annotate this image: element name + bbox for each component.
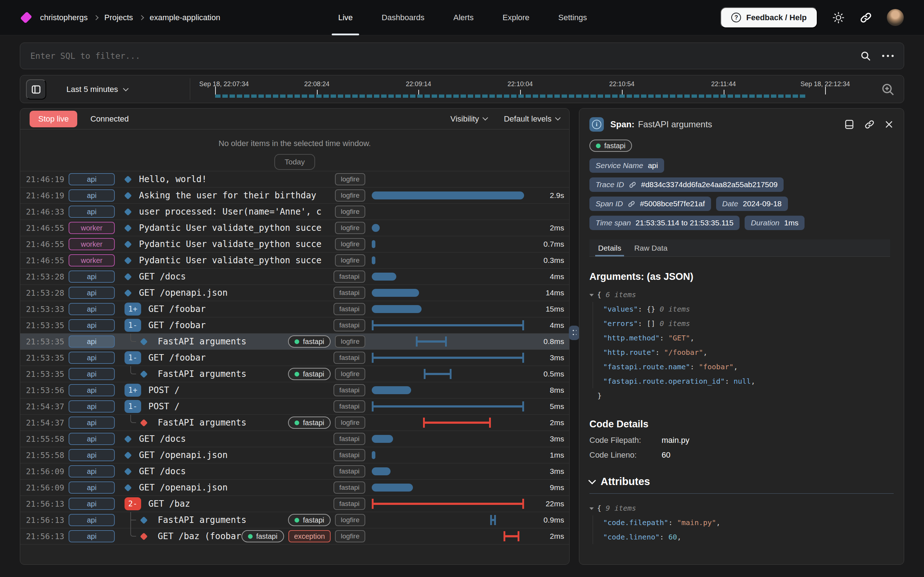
stop-live-button[interactable]: Stop live (30, 111, 77, 127)
collapse-arrow-icon[interactable] (590, 508, 594, 510)
tag-badge-fastapi[interactable]: fastapi (288, 335, 331, 348)
scope-badge[interactable]: fastapi (333, 287, 365, 299)
scope-badge[interactable]: fastapi (333, 351, 365, 364)
scope-badge[interactable]: logfire (335, 368, 365, 380)
count-badge[interactable]: 1+ (124, 384, 141, 397)
nav-tab-alerts[interactable]: Alerts (453, 0, 473, 35)
today-button[interactable]: Today (274, 154, 315, 170)
trace-row[interactable]: 21:46:55workerPydantic User validate_pyt… (20, 236, 569, 253)
tag-badge-fastapi[interactable]: fastapi (590, 140, 632, 152)
scope-badge[interactable]: logfire (335, 335, 365, 348)
feedback-help-button[interactable]: ? Feedback / Help (720, 7, 817, 28)
span-children-toggle[interactable]: 1- (121, 319, 145, 332)
count-badge[interactable]: 1- (124, 351, 141, 364)
scope-badge[interactable]: fastapi (333, 498, 365, 510)
trace-row[interactable]: 21:53:28apiGET /docsfastapi4ms (20, 269, 569, 285)
tag-badge-fastapi[interactable]: fastapi (288, 514, 331, 526)
copy-link-icon[interactable] (864, 119, 875, 130)
attributes-heading[interactable]: Attributes (590, 475, 894, 488)
share-link-icon[interactable] (859, 11, 872, 24)
scope-badge[interactable]: fastapi (333, 400, 365, 413)
nav-tab-dashboards[interactable]: Dashboards (381, 0, 425, 35)
trace-row[interactable]: 21:54:37api1-POST /fastapi5ms (20, 398, 569, 415)
nav-tab-settings[interactable]: Settings (558, 0, 587, 35)
trace-row[interactable]: 21:46:55workerPydantic User validate_pyt… (20, 220, 569, 236)
scope-badge[interactable]: fastapi (333, 303, 365, 315)
detail-chip-time-span[interactable]: Time span21:53:35.114 to 21:53:35.115 (590, 216, 740, 230)
trace-row[interactable]: 21:54:37apiFastAPI argumentsfastapilogfi… (20, 415, 569, 431)
trace-row[interactable]: 21:46:33apiuser processed: User(name='An… (20, 204, 569, 220)
trace-row[interactable]: 21:46:55workerPydantic User validate_pyt… (20, 253, 569, 269)
timeline[interactable]: Sep 18, 22:07:3422:08:2422:09:1422:10:04… (194, 76, 861, 103)
logfire-logo-icon[interactable] (20, 11, 32, 23)
scope-badge[interactable]: fastapi (333, 433, 365, 445)
span-children-toggle[interactable]: 1- (121, 351, 145, 364)
scope-badge[interactable]: fastapi (333, 271, 365, 283)
scope-badge[interactable]: logfire (335, 222, 365, 234)
scope-badge[interactable]: fastapi (333, 449, 365, 461)
trace-row[interactable]: 21:46:19apiHello, world!logfire (20, 171, 569, 187)
sql-filter-input[interactable] (30, 51, 860, 61)
trace-row[interactable]: 21:53:35apiFastAPI argumentsfastapilogfi… (20, 334, 569, 350)
scope-badge[interactable]: logfire (335, 530, 365, 542)
tag-badge-fastapi[interactable]: fastapi (288, 416, 331, 429)
close-icon[interactable] (884, 120, 894, 129)
span-children-toggle[interactable]: 1- (121, 400, 145, 413)
breadcrumb-org[interactable]: christophergs (40, 13, 88, 23)
tag-badge-fastapi[interactable]: fastapi (241, 530, 284, 542)
time-range-select[interactable]: Last 5 minutes (58, 76, 136, 103)
trace-row[interactable]: 21:53:33api1+GET /foobarfastapi15ms (20, 301, 569, 318)
scope-badge[interactable]: logfire (335, 514, 365, 526)
scope-badge[interactable]: fastapi (333, 482, 365, 494)
collapse-arrow-icon[interactable] (590, 294, 594, 297)
nav-tab-live[interactable]: Live (338, 0, 353, 35)
trace-row[interactable]: 21:56:09apiGET /docsfastapi3ms (20, 463, 569, 480)
span-children-toggle[interactable]: 1+ (121, 303, 145, 316)
more-options-icon[interactable] (882, 55, 894, 57)
count-badge[interactable]: 2- (124, 497, 141, 510)
trace-row[interactable]: 21:53:35apiFastAPI argumentsfastapilogfi… (20, 366, 569, 382)
detail-chip-service-name[interactable]: Service Nameapi (590, 158, 664, 173)
scope-badge[interactable]: fastapi (333, 319, 365, 331)
span-children-toggle[interactable]: 2- (121, 497, 145, 510)
tag-badge-fastapi[interactable]: fastapi (288, 368, 331, 380)
scope-badge[interactable]: logfire (335, 254, 365, 266)
visibility-dropdown[interactable]: Visibility (451, 114, 487, 124)
trace-row[interactable]: 21:56:13apiFastAPI argumentsfastapilogfi… (20, 512, 569, 528)
scope-badge[interactable]: logfire (335, 238, 365, 250)
trace-row[interactable]: 21:56:09apiGET /openapi.jsonfastapi9ms (20, 480, 569, 496)
count-badge[interactable]: 1+ (124, 303, 141, 316)
theme-toggle-icon[interactable] (832, 11, 845, 24)
trace-row[interactable]: 21:56:13apiGET /baz (foobar)fastapiexcep… (20, 528, 569, 545)
detail-chip-duration[interactable]: Duration1ms (745, 216, 804, 230)
trace-row[interactable]: 21:55:58apiGET /docsfastapi3ms (20, 431, 569, 447)
detail-chip-date[interactable]: Date2024-09-18 (716, 197, 788, 211)
default-levels-dropdown[interactable]: Default levels (504, 114, 560, 124)
scope-badge[interactable]: logfire (335, 173, 365, 185)
trace-row[interactable]: 21:56:13api2-GET /bazfastapi22ms (20, 496, 569, 512)
detail-tab-details[interactable]: Details (598, 239, 621, 256)
scope-badge[interactable]: fastapi (333, 384, 365, 396)
nav-tab-explore[interactable]: Explore (502, 0, 530, 35)
scope-badge[interactable]: logfire (335, 206, 365, 218)
span-children-toggle[interactable]: 1+ (121, 384, 145, 397)
sidebar-toggle-button[interactable] (26, 79, 46, 100)
trace-row[interactable]: 21:46:19apiAsking the user for their bir… (20, 187, 569, 204)
exception-badge[interactable]: exception (288, 530, 331, 542)
breadcrumb-projects[interactable]: Projects (104, 13, 133, 23)
trace-row[interactable]: 21:53:28apiGET /openapi.jsonfastapi14ms (20, 285, 569, 301)
breadcrumb-project[interactable]: example-application (150, 13, 221, 23)
scope-badge[interactable]: fastapi (333, 465, 365, 477)
trace-row[interactable]: 21:53:35api1-GET /foobarfastapi4ms (20, 318, 569, 334)
user-avatar[interactable] (887, 9, 904, 26)
detail-chip-span-id[interactable]: Span ID#5008bce5f7fe21af (590, 197, 711, 211)
search-icon[interactable] (860, 50, 871, 62)
scope-badge[interactable]: logfire (335, 189, 365, 201)
count-badge[interactable]: 1- (124, 319, 141, 332)
scope-badge[interactable]: logfire (335, 416, 365, 429)
trace-row[interactable]: 21:55:58apiGET /openapi.jsonfastapi1ms (20, 447, 569, 463)
detail-chip-trace-id[interactable]: Trace ID#d834c3374dd6fa2e4aa82a55ab21750… (590, 177, 783, 192)
dock-panel-icon[interactable] (844, 119, 855, 130)
trace-row[interactable]: 21:53:56api1+POST /fastapi8ms (20, 382, 569, 398)
detail-tab-raw-data[interactable]: Raw Data (634, 239, 667, 256)
